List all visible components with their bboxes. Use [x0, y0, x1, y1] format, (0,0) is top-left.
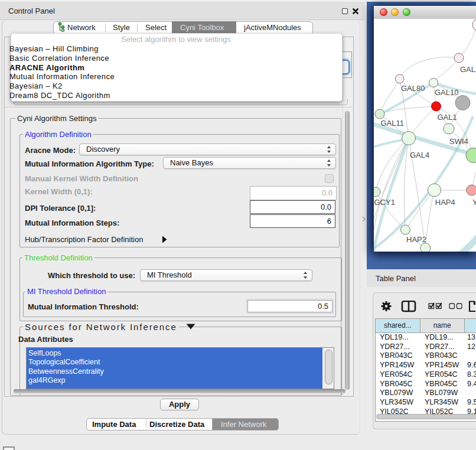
svg-text:GAL4: GAL4 — [410, 151, 429, 159]
svg-text:GAL2: GAL2 — [460, 65, 476, 74]
svg-text:GAL1: GAL1 — [438, 113, 457, 122]
svg-text:Y: Y — [472, 198, 476, 207]
svg-text:GAL80: GAL80 — [401, 84, 425, 93]
svg-text:GAL10: GAL10 — [435, 88, 458, 97]
svg-text:HAP2: HAP2 — [406, 235, 426, 244]
svg-text:SWI4: SWI4 — [449, 137, 468, 146]
svg-text:GAL11: GAL11 — [381, 119, 405, 128]
svg-text:GCY1: GCY1 — [374, 198, 395, 207]
svg-text:HAP4: HAP4 — [435, 198, 455, 207]
